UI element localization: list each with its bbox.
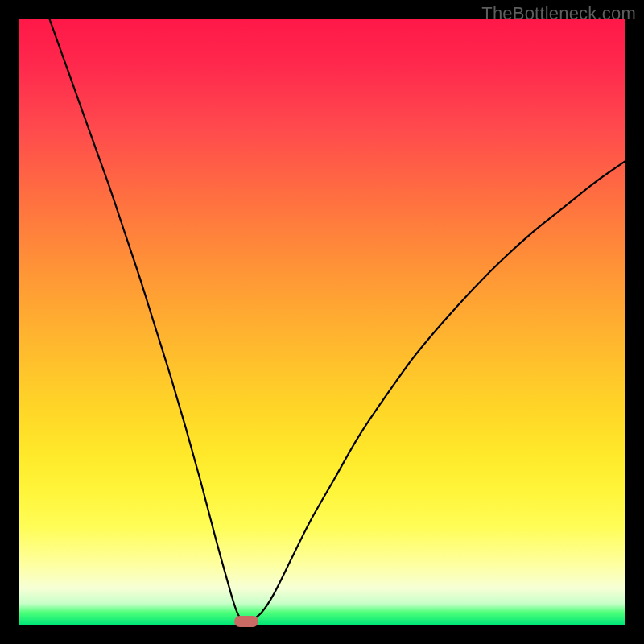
bottleneck-curve <box>19 19 625 625</box>
curve-path <box>50 19 625 623</box>
minimum-marker <box>234 616 258 627</box>
watermark-text: TheBottleneck.com <box>481 3 636 24</box>
plot-area <box>19 19 625 625</box>
